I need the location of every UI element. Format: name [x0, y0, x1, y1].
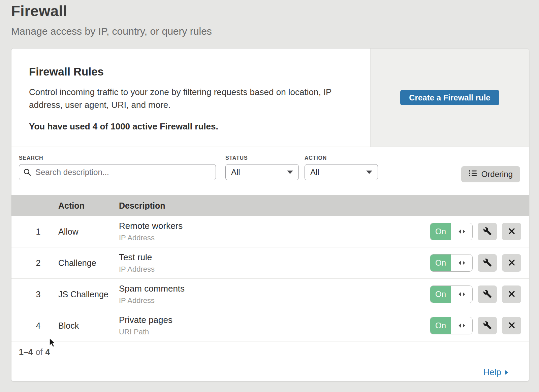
close-icon — [508, 227, 516, 236]
ordering-list-icon — [469, 169, 477, 179]
search-input[interactable] — [19, 164, 216, 180]
firewall-rules-card: Firewall Rules Control incoming traffic … — [11, 48, 529, 382]
close-icon — [508, 321, 516, 330]
rule-match-type: IP Address — [119, 296, 430, 305]
delete-rule-button[interactable] — [502, 254, 521, 272]
rule-description-cell: Remote workers IP Address — [119, 221, 430, 242]
rule-description: Private pages — [119, 315, 430, 325]
ordering-button-label: Ordering — [481, 170, 513, 179]
filters-section: SEARCH STATUS All ACTION All — [11, 147, 529, 195]
rule-action: Allow — [58, 227, 119, 237]
table-row: 4 Block Private pages URI Path On — [11, 310, 529, 341]
table-row: 2 Challenge Test rule IP Address On — [11, 247, 529, 279]
rule-action: Challenge — [58, 258, 119, 268]
wrench-icon — [483, 290, 492, 299]
status-label: STATUS — [225, 155, 299, 161]
create-firewall-rule-button[interactable]: Create a Firewall rule — [400, 90, 499, 105]
ordering-button[interactable]: Ordering — [461, 166, 520, 182]
edit-rule-button[interactable] — [478, 254, 497, 272]
rule-priority: 2 — [11, 258, 58, 268]
table-row: 1 Allow Remote workers IP Address On — [11, 216, 529, 247]
table-row: 3 JS Challenge Spam comments IP Address … — [11, 279, 529, 310]
rule-controls: On — [430, 223, 521, 240]
delete-rule-button[interactable] — [502, 317, 521, 334]
rules-card-heading: Firewall Rules — [29, 65, 360, 78]
rule-controls: On — [430, 254, 521, 272]
status-dropdown-value: All — [231, 168, 240, 177]
toggle-on-label: On — [430, 286, 451, 303]
search-box — [19, 164, 216, 180]
toggle-on-label: On — [430, 223, 451, 240]
rule-action: Block — [58, 321, 119, 331]
create-rule-panel: Create a Firewall rule — [370, 49, 529, 147]
toggle-arrows-icon — [451, 223, 472, 240]
rule-enabled-toggle[interactable]: On — [430, 254, 473, 272]
rule-description-cell: Test rule IP Address — [119, 252, 430, 274]
action-label: ACTION — [305, 155, 378, 161]
rules-usage-text: You have used 4 of 1000 active Firewall … — [29, 121, 360, 132]
toggle-on-label: On — [430, 317, 451, 334]
rule-enabled-toggle[interactable]: On — [430, 317, 473, 334]
pagination: 1–4 of 4 — [11, 341, 529, 363]
help-arrow-icon — [505, 367, 509, 378]
edit-rule-button[interactable] — [478, 223, 497, 240]
rule-enabled-toggle[interactable]: On — [430, 285, 473, 303]
close-icon — [508, 290, 516, 299]
rule-description-cell: Private pages URI Path — [119, 315, 430, 336]
wrench-icon — [483, 258, 492, 268]
pagination-range: 1–4 — [19, 347, 33, 357]
page: { "colors": { "accent": "#2d75ac", "link… — [0, 0, 539, 392]
rule-description-cell: Spam comments IP Address — [119, 283, 430, 305]
search-icon — [23, 168, 31, 178]
delete-rule-button[interactable] — [502, 223, 521, 240]
rule-description: Spam comments — [119, 283, 430, 294]
wrench-icon — [483, 227, 492, 237]
mouse-cursor — [49, 338, 56, 349]
page-title: Firewall — [11, 3, 67, 20]
search-filter-group: SEARCH — [19, 155, 216, 180]
rule-priority: 1 — [11, 227, 58, 237]
rule-priority: 3 — [11, 290, 58, 299]
delete-rule-button[interactable] — [502, 285, 521, 303]
edit-rule-button[interactable] — [478, 285, 497, 303]
rule-description: Test rule — [119, 252, 430, 263]
action-dropdown[interactable]: All — [305, 164, 378, 180]
close-icon — [508, 259, 516, 268]
rule-controls: On — [430, 317, 521, 334]
rule-priority: 4 — [11, 321, 58, 331]
chevron-down-icon — [366, 171, 372, 174]
rule-match-type: IP Address — [119, 234, 430, 242]
rule-match-type: URI Path — [119, 328, 430, 336]
toggle-arrows-icon — [451, 317, 472, 334]
wrench-icon — [483, 321, 492, 331]
toggle-on-label: On — [430, 254, 451, 271]
card-footer: Help — [11, 363, 529, 381]
help-link-label: Help — [483, 367, 501, 378]
pagination-of: of — [36, 347, 43, 357]
edit-rule-button[interactable] — [478, 317, 497, 334]
toggle-arrows-icon — [451, 254, 472, 271]
search-label: SEARCH — [19, 155, 216, 161]
rules-card-description: Control incoming traffic to your zone by… — [29, 86, 360, 111]
page-subtitle: Manage access by IP, country, or query r… — [11, 26, 212, 37]
rule-match-type: IP Address — [119, 265, 430, 274]
help-link[interactable]: Help — [483, 367, 509, 378]
status-filter-group: STATUS All — [225, 155, 299, 180]
toggle-arrows-icon — [451, 286, 472, 303]
action-filter-group: ACTION All — [305, 155, 378, 180]
chevron-down-icon — [287, 171, 293, 174]
rules-intro-section: Firewall Rules Control incoming traffic … — [11, 49, 529, 147]
rule-action: JS Challenge — [58, 290, 119, 299]
action-dropdown-value: All — [310, 168, 319, 177]
rules-intro-text: Firewall Rules Control incoming traffic … — [11, 49, 370, 147]
table-header: Action Description — [11, 195, 529, 216]
rule-enabled-toggle[interactable]: On — [430, 223, 473, 240]
rule-controls: On — [430, 285, 521, 303]
description-column-header: Description — [119, 201, 165, 211]
rule-description: Remote workers — [119, 221, 430, 231]
action-column-header: Action — [58, 201, 119, 211]
status-dropdown[interactable]: All — [225, 164, 299, 180]
